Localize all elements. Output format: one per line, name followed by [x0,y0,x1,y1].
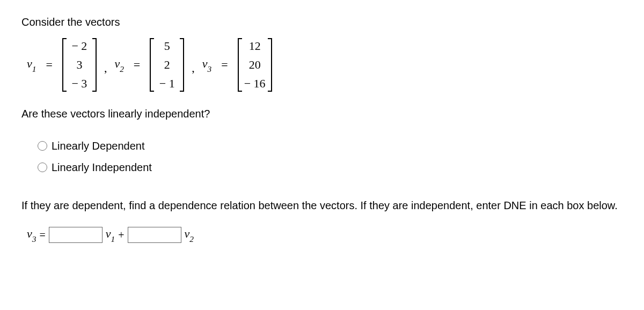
coef-v2-input[interactable] [128,227,181,243]
question-text: Are these vectors linearly independent? [21,108,623,120]
relation-v1: v1 [106,227,115,242]
radio-choices: Linearly Dependent Linearly Independent [38,135,623,178]
radio-independent[interactable] [38,163,47,172]
label-dependent: Linearly Dependent [52,135,144,157]
relation-v2: v2 [185,227,194,242]
radio-dependent[interactable] [38,141,47,151]
v1-name: v1 [27,57,36,72]
relation-lhs: v3 [27,227,36,242]
v1-matrix: − 2 3 − 3 [62,38,97,92]
v2-matrix: 5 2 − 1 [150,38,184,92]
intro-text: Consider the vectors [21,16,623,28]
coef-v1-input[interactable] [49,227,103,243]
vector-definitions: v1 = − 2 3 − 3 , v2 = 5 2 − 1 , v3 = 12 … [21,38,623,92]
instruction-text: If they are dependent, find a dependence… [21,200,623,212]
label-independent: Linearly Independent [52,157,152,178]
v3-name: v3 [202,57,211,72]
eq-sign: = [40,58,57,72]
v3-matrix: 12 20 − 16 [238,38,272,92]
dependence-relation: v3 = v1 + v2 [21,227,623,243]
v2-name: v2 [114,57,123,72]
